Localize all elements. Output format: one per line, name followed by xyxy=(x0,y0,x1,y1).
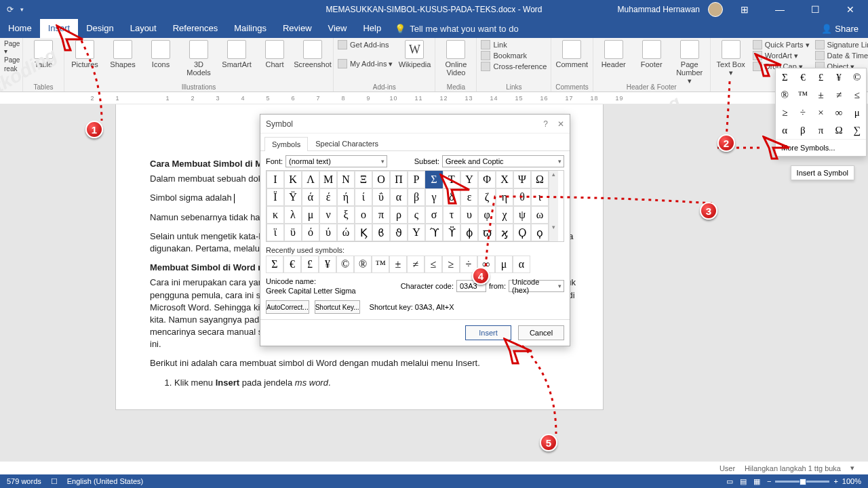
symbol-cell[interactable]: Υ xyxy=(408,224,425,241)
tell-me[interactable]: 💡 Tell me what you want to do xyxy=(395,24,518,34)
scrollbar[interactable] xyxy=(549,206,558,224)
symbol-cell[interactable]: π xyxy=(372,206,390,224)
header-button[interactable]: Header xyxy=(597,40,630,68)
panel-symbol[interactable]: Σ xyxy=(776,68,794,86)
symbol-cell[interactable]: ΰ xyxy=(372,188,390,206)
table-button[interactable]: Table xyxy=(27,40,60,68)
symbol-cell[interactable]: ϊ xyxy=(267,224,284,241)
zoom-value[interactable]: 100% xyxy=(842,477,861,485)
symbol-cell[interactable]: Π xyxy=(390,171,408,188)
symbol-cell[interactable]: Ϙ xyxy=(513,224,531,241)
recent-symbol[interactable]: ® xyxy=(354,256,372,273)
symbol-cell[interactable]: ζ xyxy=(478,188,496,206)
view-icon[interactable]: ▦ xyxy=(753,477,760,486)
symbol-cell[interactable]: λ xyxy=(284,206,302,224)
symbol-cell[interactable]: ϗ xyxy=(496,224,513,241)
symbol-cell[interactable]: ϖ xyxy=(478,224,496,241)
scrollbar[interactable] xyxy=(549,188,558,206)
panel-symbol[interactable]: ± xyxy=(812,86,830,104)
date-time[interactable]: Date & Time xyxy=(815,51,868,60)
subset-combo[interactable]: Greek and Coptic xyxy=(442,155,564,167)
symbol-cell[interactable]: α xyxy=(390,188,408,206)
panel-symbol[interactable]: ∑ xyxy=(848,121,866,139)
symbol-cell[interactable]: ί xyxy=(355,188,372,206)
page-break[interactable]: reak xyxy=(4,65,18,73)
panel-symbol[interactable]: ® xyxy=(776,86,794,104)
get-addins[interactable]: Get Add-ins xyxy=(338,40,393,49)
symbol-cell[interactable]: Ρ xyxy=(408,171,425,188)
symbol-cell[interactable]: ς xyxy=(408,206,425,224)
symbol-cell[interactable]: Ϊ xyxy=(267,188,284,206)
3d-models-button[interactable]: 3D Models xyxy=(182,40,215,77)
recent-symbol[interactable]: € xyxy=(283,256,301,273)
avatar[interactable] xyxy=(708,2,723,17)
panel-symbol[interactable]: £ xyxy=(812,68,830,86)
recent-symbol[interactable]: ≥ xyxy=(442,256,460,273)
symbol-cell[interactable]: ϙ xyxy=(531,224,549,241)
panel-symbol[interactable]: β xyxy=(794,121,812,139)
view-icon[interactable]: ▤ xyxy=(740,477,747,486)
symbol-cell[interactable]: Τ xyxy=(443,171,460,188)
shortcut-key-button[interactable]: Shortcut Key... xyxy=(315,300,360,314)
symbol-cell[interactable]: θ xyxy=(513,188,531,206)
symbol-cell[interactable]: Υ xyxy=(460,171,478,188)
tab-design[interactable]: Design xyxy=(78,19,121,38)
spellcheck-icon[interactable]: ☐ xyxy=(51,477,58,486)
online-video[interactable]: Online Video xyxy=(439,40,472,77)
recent-symbol[interactable]: Σ xyxy=(266,256,283,273)
symbol-cell[interactable]: η xyxy=(496,188,513,206)
symbol-cell[interactable]: Ξ xyxy=(355,171,372,188)
recent-symbol[interactable]: ≤ xyxy=(425,256,442,273)
blank-page[interactable]: Page xyxy=(4,56,18,64)
tab-symbols[interactable]: Symbols xyxy=(264,137,308,151)
icons-button[interactable]: Icons xyxy=(144,40,177,68)
panel-symbol[interactable]: ≠ xyxy=(830,86,848,104)
chevron-down-icon[interactable]: ▾ xyxy=(850,464,854,472)
symbol-cell[interactable]: Ν xyxy=(337,171,355,188)
smartart-button[interactable]: SmartArt xyxy=(220,40,253,68)
symbol-cell[interactable]: δ xyxy=(443,188,460,206)
from-combo[interactable]: Unicode (hex) xyxy=(509,280,564,292)
panel-symbol[interactable]: ≥ xyxy=(776,104,794,121)
symbol-cell[interactable]: σ xyxy=(425,206,443,224)
panel-symbol[interactable]: × xyxy=(812,104,830,121)
maximize-button[interactable]: ☐ xyxy=(802,4,829,15)
comment-button[interactable]: Comment xyxy=(555,40,588,68)
panel-symbol[interactable]: Ω xyxy=(830,121,848,139)
bookmark-button[interactable]: Bookmark xyxy=(481,51,547,60)
ribbon-display[interactable]: ⊞ xyxy=(731,4,758,15)
footer-button[interactable]: Footer xyxy=(635,40,668,68)
recent-symbol[interactable]: £ xyxy=(301,256,319,273)
symbol-cell[interactable]: ϋ xyxy=(284,224,302,241)
symbol-cell[interactable]: κ xyxy=(267,206,284,224)
symbol-cell[interactable]: ν xyxy=(319,206,337,224)
tracking-msg[interactable]: Hilangkan langkah 1 ttg buka xyxy=(745,464,841,472)
symbol-cell[interactable]: ι xyxy=(531,188,549,206)
symbol-cell[interactable]: ξ xyxy=(337,206,355,224)
link-button[interactable]: Link xyxy=(481,40,547,49)
chart-button[interactable]: Chart xyxy=(258,40,291,68)
symbol-cell[interactable]: έ xyxy=(319,188,337,206)
panel-symbol[interactable]: € xyxy=(794,68,812,86)
symbol-cell[interactable]: ψ xyxy=(513,206,531,224)
panel-symbol[interactable]: ÷ xyxy=(794,104,812,121)
symbol-cell[interactable]: ϓ xyxy=(425,224,443,241)
tab-insert[interactable]: Insert xyxy=(40,19,79,38)
symbol-cell[interactable]: Φ xyxy=(478,171,496,188)
tab-special-chars[interactable]: Special Characters xyxy=(308,136,386,150)
symbol-cell[interactable]: Ο xyxy=(372,171,390,188)
ruler[interactable]: 2112345678910111213141516171819 xyxy=(0,92,868,104)
symbol-cell[interactable]: Μ xyxy=(319,171,337,188)
symbol-cell[interactable]: ω xyxy=(531,206,549,224)
dialog-close[interactable]: ✕ xyxy=(557,119,564,129)
recent-symbol[interactable]: ™ xyxy=(372,256,389,273)
scrollbar[interactable]: ▴ xyxy=(549,171,558,188)
symbol-cell[interactable]: Κ xyxy=(284,171,302,188)
symbol-cell[interactable]: Ω xyxy=(531,171,549,188)
symbol-cell[interactable]: Σ xyxy=(425,171,443,188)
recent-symbol[interactable]: ≠ xyxy=(407,256,425,273)
symbol-cell[interactable]: ο xyxy=(355,206,372,224)
autocorrect-button[interactable]: AutoCorrect... xyxy=(266,300,309,314)
symbol-cell[interactable]: Λ xyxy=(302,171,319,188)
symbol-cell[interactable]: ϔ xyxy=(443,224,460,241)
